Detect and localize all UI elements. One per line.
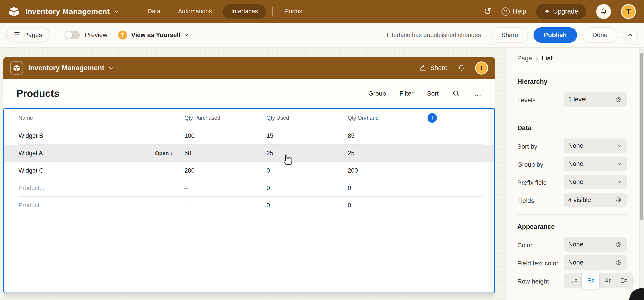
settings-panel-body: Hierarchy Levels 1 level Data Sort by No… [506,78,639,288]
cell-qty-purchased: – [184,202,266,209]
list-element-selected[interactable]: Name Qty Purchased Qty Used Qty On-hand … [4,108,495,293]
app-logo-icon [10,61,23,75]
scrollbar-thumb[interactable] [640,53,643,220]
toggle-knob [65,31,72,39]
products-header[interactable]: Products Group Filter Sort … [4,79,495,108]
share-button[interactable]: Share [491,27,528,43]
cell-qty-on-hand: 0 [348,202,428,209]
bell-icon [600,8,608,15]
cell-qty-used: 25 [266,150,348,157]
column-header-qty-used[interactable]: Qty Used [266,115,348,121]
app-header-bar[interactable]: Inventory Management Share [4,57,495,79]
app-share-button[interactable]: Share [419,64,448,72]
cell-qty-used: 0 [266,202,348,209]
gear-icon[interactable] [615,196,622,204]
row-height-label: Row height [517,273,564,286]
more-options-icon[interactable]: … [474,92,482,95]
group-by-value: None [568,160,616,167]
table-row-placeholder[interactable]: Product... – 0 0 [4,179,494,197]
app-bell-icon[interactable] [458,64,465,72]
unpublished-status-text: Interface has unpublished changes [386,32,481,39]
row-height-medium-icon-selected[interactable] [582,272,599,289]
color-control[interactable]: None [564,237,627,252]
app-header-title[interactable]: Inventory Management [28,64,104,72]
sort-by-setting-row: Sort by None [517,138,627,153]
column-header-qty-purchased[interactable]: Qty Purchased [184,115,266,121]
view-as-chevron-down-icon[interactable] [183,32,189,38]
column-header-name[interactable]: Name [18,115,184,121]
done-button[interactable]: Done [582,27,618,43]
sort-by-dropdown[interactable]: None [564,138,627,153]
nav-item-data[interactable]: Data [141,4,167,19]
app-header-right: Share T [419,61,488,75]
appearance-section-heading: Appearance [517,223,627,230]
history-icon[interactable]: ↺ [484,7,492,16]
color-value: None [568,241,615,248]
nav-item-forms[interactable]: Forms [279,4,309,19]
preview-toggle[interactable] [64,31,80,39]
interface-page: Inventory Management Share [3,57,495,293]
row-height-extra-tall-icon[interactable] [616,274,632,287]
pages-button[interactable]: ☰ Pages [6,28,50,43]
upgrade-button[interactable]: ✦ Upgrade [536,4,586,19]
chevron-down-icon [616,161,622,167]
nav-item-automations[interactable]: Automations [172,4,218,19]
nav-item-interfaces[interactable]: Interfaces [223,4,266,19]
prefix-field-dropdown[interactable]: None [564,175,627,189]
cell-name: Widget B [18,132,43,139]
table-header-row: Name Qty Purchased Qty Used Qty On-hand … [4,109,494,127]
cell-qty-on-hand: 200 [348,167,428,174]
publish-button[interactable]: Publish [534,27,577,43]
row-height-tall-icon[interactable] [599,274,616,287]
fields-label: Fields [517,193,564,205]
group-by-setting-row: Group by None [517,157,627,171]
window-scrollbar[interactable] [639,48,644,300]
search-icon[interactable] [452,89,460,98]
field-text-color-setting-row: Field text color None [517,255,627,270]
table-row[interactable]: Widget B 100 15 85 [4,127,494,144]
field-text-color-control[interactable]: None [564,255,627,270]
color-label: Color [517,237,564,250]
user-avatar[interactable]: T [621,4,636,19]
open-record-button[interactable]: Open › [155,150,173,157]
breadcrumb-page-link[interactable]: Page [517,55,532,62]
view-as-avatar[interactable]: T [118,31,127,40]
gear-icon[interactable] [615,259,622,266]
fields-control[interactable]: 4 visible [564,193,627,207]
cell-qty-purchased: 50 [184,150,266,157]
group-button[interactable]: Group [368,90,386,97]
hierarchy-section-heading: Hierarchy [517,78,627,85]
cell-qty-used: 0 [266,167,348,174]
collapse-toolbar-button[interactable] [623,28,638,43]
app-header-chevron-down-icon[interactable] [108,65,114,71]
pages-label: Pages [24,31,42,39]
prefix-field-setting-row: Prefix field None [517,175,627,189]
sort-button[interactable]: Sort [427,90,438,97]
app-title-chevron-down-icon[interactable] [113,8,120,15]
row-height-short-icon[interactable] [566,274,582,287]
row-height-segmented-control [564,273,634,288]
add-field-button[interactable]: + [428,113,437,123]
top-chrome-bar: Inventory Management Data Automations In… [0,0,644,23]
cell-name: Product... [18,185,45,192]
cell-qty-on-hand: 85 [348,132,428,139]
table-row[interactable]: Widget C 200 0 200 [4,162,494,179]
notifications-button[interactable] [596,4,611,19]
airtable-logo-icon[interactable] [8,6,20,17]
gear-icon[interactable] [615,96,622,103]
gear-icon[interactable] [615,241,622,248]
app-user-avatar[interactable]: T [475,61,488,75]
table-row-hovered[interactable]: Widget A Open › 50 25 25 [4,144,494,162]
app-title[interactable]: Inventory Management [25,7,110,16]
filter-button[interactable]: Filter [399,90,413,97]
view-as-selector[interactable]: View as Yourself [131,31,180,39]
levels-control[interactable]: 1 level [564,92,627,107]
cell-name: Widget C [18,167,44,174]
page-title: Products [16,88,60,99]
cell-name: Product... [18,202,45,209]
group-by-dropdown[interactable]: None [564,157,627,171]
help-button[interactable]: ? Help [502,8,526,16]
column-header-qty-on-hand[interactable]: Qty On-hand [348,115,428,121]
table-row-placeholder[interactable]: Product... – 0 0 [4,197,494,214]
cell-qty-purchased: – [184,185,266,192]
